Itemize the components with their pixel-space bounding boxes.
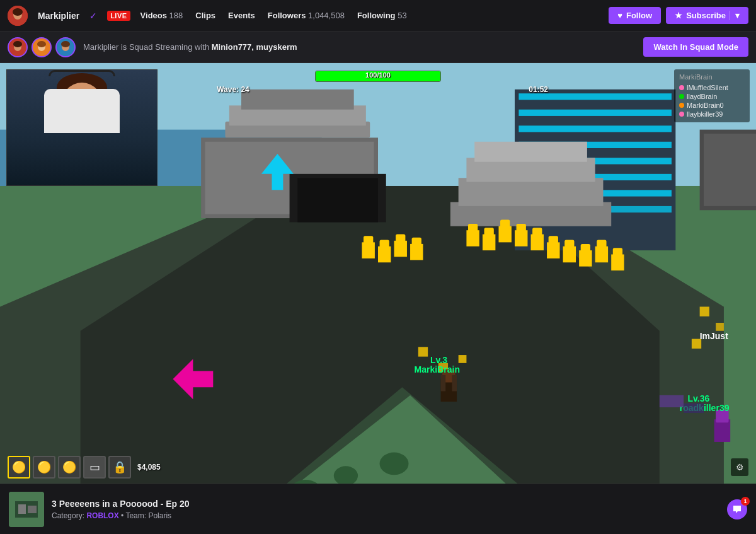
svg-rect-89 [660, 395, 684, 407]
svg-point-2 [13, 8, 23, 16]
player-list-mini: MarkiBrain lMuffledSilent llaydBrain Mar… [674, 69, 750, 122]
chat-notification-badge: 1 [741, 497, 750, 506]
nav-videos[interactable]: Videos 188 [140, 11, 183, 20]
video-settings-icon[interactable]: ⚙ [731, 458, 748, 476]
list-item: llaydBrain [679, 92, 745, 101]
headphone-band [49, 70, 115, 76]
svg-point-8 [37, 41, 46, 47]
stream-info: 3 Peeeeens in a Poooood - Ep 20 Category… [52, 499, 719, 520]
svg-rect-65 [418, 347, 428, 356]
streamer-webcam [7, 70, 157, 185]
svg-rect-36 [474, 142, 587, 162]
svg-point-5 [13, 41, 22, 47]
inventory-slot-4[interactable]: ▭ [83, 456, 106, 479]
wave-indicator: Wave: 24 [217, 85, 249, 94]
nav-events[interactable]: Events [228, 11, 255, 20]
chat-icon[interactable]: 1 [727, 499, 747, 519]
money-display: $4,085 [137, 463, 161, 472]
svg-rect-40 [380, 240, 389, 250]
person-face [60, 83, 104, 133]
health-bar-hud: 100/100 [315, 71, 441, 82]
svg-rect-77 [714, 419, 731, 442]
inventory-slot-1[interactable]: 🟡 [8, 456, 30, 479]
star-icon: ★ [675, 11, 682, 20]
squad-avatar-muyskerm [55, 37, 76, 57]
webcam-overlay [6, 69, 158, 186]
svg-rect-48 [484, 228, 494, 237]
svg-text:Lv.3: Lv.3 [430, 355, 447, 365]
video-player[interactable]: Lv.3 MarkiBrain Lv.36 roadkiller39 ImJus… [0, 63, 756, 484]
svg-rect-93 [18, 504, 26, 514]
team-label: Team: [125, 511, 146, 520]
nav-following: Following 53 [357, 11, 407, 20]
squad-avatar-minion [32, 37, 52, 57]
svg-text:Lv.36: Lv.36 [687, 393, 709, 403]
stream-team: Polaris [148, 511, 171, 520]
svg-rect-27 [518, 125, 672, 132]
list-item: lMuffledSilent [679, 83, 745, 92]
subscribe-button[interactable]: ★ Subscribe ▾ [666, 7, 748, 24]
channel-name-label: Markiplier [38, 11, 79, 21]
subscribe-dropdown-arrow[interactable]: ▾ [730, 11, 740, 20]
person-body [44, 89, 120, 133]
svg-rect-44 [412, 238, 421, 247]
stream-thumbnail [9, 492, 44, 527]
svg-rect-26 [518, 110, 672, 116]
live-badge: LIVE [107, 11, 130, 21]
svg-rect-56 [549, 236, 558, 245]
main-content: Lv.3 MarkiBrain Lv.36 roadkiller39 ImJus… [0, 63, 756, 484]
player-dot [679, 103, 684, 108]
svg-rect-69 [716, 323, 724, 331]
svg-rect-42 [396, 235, 405, 244]
svg-rect-54 [532, 228, 542, 237]
stream-meta: Category: ROBLOX • Team: Polaris [52, 511, 719, 520]
stream-category[interactable]: ROBLOX [86, 511, 118, 520]
stream-title: 3 Peeeeens in a Poooood - Ep 20 [52, 499, 719, 509]
watch-squad-button[interactable]: Watch In Squad Mode [643, 37, 748, 57]
svg-rect-50 [500, 220, 510, 229]
squad-avatar-markiplier [8, 37, 28, 57]
svg-rect-52 [517, 224, 526, 233]
svg-rect-60 [581, 244, 590, 253]
list-item: MarkiBrain0 [679, 101, 745, 110]
squad-bar: Markiplier is Squad Streaming with Minio… [0, 32, 756, 63]
svg-rect-46 [468, 224, 478, 233]
svg-rect-64 [613, 248, 622, 257]
top-navigation: Markiplier ✓ LIVE Videos 188 Clips Event… [0, 0, 756, 32]
stream-thumb-image [9, 492, 44, 527]
svg-rect-74 [452, 375, 457, 392]
timer-display: 01:52 [529, 85, 548, 94]
nav-links: Videos 188 Clips Events Followers 1,044,… [140, 11, 599, 20]
svg-rect-94 [28, 506, 37, 513]
squad-text: Markiplier is Squad Streaming with Minio… [83, 42, 297, 52]
svg-text:ImJust: ImJust [700, 331, 729, 341]
bottom-info-bar: 3 Peeeeens in a Poooood - Ep 20 Category… [0, 484, 756, 534]
player-dot [679, 112, 684, 117]
squad-avatars [8, 37, 76, 57]
svg-point-84 [380, 453, 409, 475]
nav-followers: Followers 1,044,508 [268, 11, 345, 20]
nav-clips[interactable]: Clips [195, 11, 215, 20]
svg-point-11 [61, 41, 70, 47]
svg-rect-88 [704, 134, 756, 206]
category-label: Category: [52, 511, 84, 520]
svg-rect-34 [459, 178, 604, 206]
svg-text:MarkiBrain: MarkiBrain [414, 364, 460, 374]
svg-rect-67 [459, 355, 467, 363]
svg-rect-68 [700, 306, 709, 316]
inventory-slot-5[interactable]: 🔒 [108, 456, 131, 479]
heart-icon: ♥ [617, 11, 622, 20]
svg-rect-73 [441, 375, 446, 392]
follow-button[interactable]: ♥ Follow [609, 7, 661, 24]
svg-rect-38 [364, 236, 373, 245]
inventory-slot-3[interactable]: 🟡 [58, 456, 81, 479]
verified-icon: ✓ [89, 11, 97, 21]
player-dot [679, 85, 684, 90]
inventory-bar: 🟡 🟡 🟡 ▭ 🔒 $4,085 [8, 456, 161, 479]
squad-partners: Minion777, muyskerm [212, 42, 297, 52]
nav-actions: ♥ Follow ★ Subscribe ▾ [609, 7, 748, 24]
player-list-title: MarkiBrain [679, 73, 745, 81]
inventory-slot-2[interactable]: 🟡 [33, 456, 55, 479]
svg-rect-62 [597, 240, 606, 250]
list-item: llaybkiller39 [679, 110, 745, 119]
